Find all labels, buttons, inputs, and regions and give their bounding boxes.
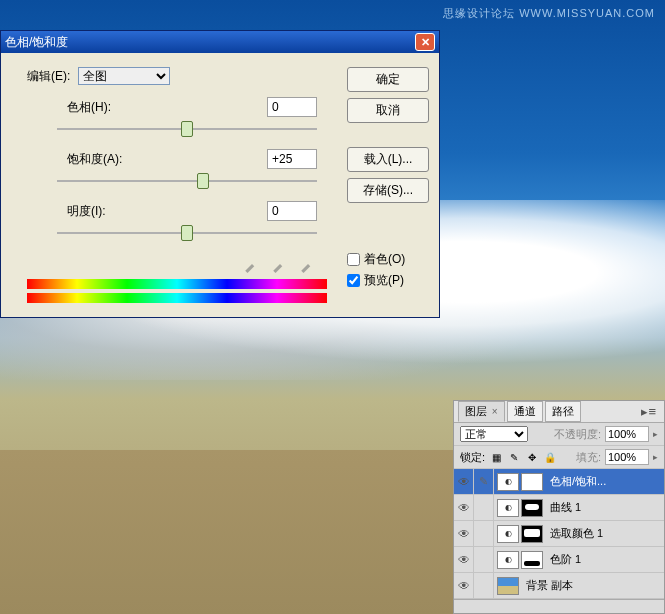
save-button[interactable]: 存储(S)... (347, 178, 429, 203)
visibility-eye-icon[interactable]: 👁 (454, 495, 474, 520)
opacity-input[interactable] (605, 426, 649, 442)
fill-label: 填充: (576, 450, 601, 465)
close-icon[interactable]: ✕ (415, 33, 435, 51)
visibility-eye-icon[interactable]: 👁 (454, 547, 474, 572)
tab-paths[interactable]: 路径 (545, 401, 581, 422)
layer-row[interactable]: 👁 ◐ 色阶 1 (454, 547, 664, 573)
hue-spectrum-bar-2 (27, 293, 327, 303)
lock-paint-icon[interactable]: ✎ (507, 450, 521, 464)
preview-checkbox[interactable]: 预览(P) (347, 272, 429, 289)
layer-name: 曲线 1 (550, 500, 581, 515)
adjustment-thumb-icon: ◐ (497, 473, 519, 491)
hue-label: 色相(H): (67, 99, 133, 116)
load-button[interactable]: 载入(L)... (347, 147, 429, 172)
layer-name: 色阶 1 (550, 552, 581, 567)
eyedropper-add-icon[interactable] (271, 255, 289, 273)
watermark-text: 思缘设计论坛 WWW.MISSYUAN.COM (443, 6, 655, 21)
hue-input[interactable] (267, 97, 317, 117)
tab-channels[interactable]: 通道 (507, 401, 543, 422)
layer-list: 👁 ✎ ◐ 色相/饱和... 👁 ◐ 曲线 1 👁 ◐ 选取颜色 1 👁 ◐ 色… (454, 469, 664, 599)
image-thumb-icon (497, 577, 519, 595)
lock-transparency-icon[interactable]: ▦ (489, 450, 503, 464)
layer-row[interactable]: 👁 ◐ 选取颜色 1 (454, 521, 664, 547)
blend-mode-select[interactable]: 正常 (460, 426, 528, 442)
mask-thumb-icon (521, 473, 543, 491)
saturation-label: 饱和度(A): (67, 151, 133, 168)
saturation-input[interactable] (267, 149, 317, 169)
edit-select[interactable]: 全图 (78, 67, 170, 85)
lightness-slider[interactable] (57, 221, 317, 245)
adjustment-thumb-icon: ◐ (497, 525, 519, 543)
link-slot[interactable] (474, 573, 494, 598)
lightness-label: 明度(I): (67, 203, 133, 220)
hue-slider[interactable] (57, 117, 317, 141)
fill-input[interactable] (605, 449, 649, 465)
mask-thumb-icon (521, 525, 543, 543)
edit-label: 编辑(E): (27, 68, 70, 85)
ok-button[interactable]: 确定 (347, 67, 429, 92)
lock-label: 锁定: (460, 450, 485, 465)
chevron-right-icon[interactable]: ▸ (653, 429, 658, 439)
layers-panel: 图层 × 通道 路径 ▸≡ 正常 不透明度: ▸ 锁定: ▦ ✎ ✥ 🔒 填充:… (453, 400, 665, 614)
lock-all-icon[interactable]: 🔒 (543, 450, 557, 464)
visibility-eye-icon[interactable]: 👁 (454, 573, 474, 598)
layer-row[interactable]: 👁 ◐ 曲线 1 (454, 495, 664, 521)
link-slot[interactable] (474, 547, 494, 572)
layer-row[interactable]: 👁 ✎ ◐ 色相/饱和... (454, 469, 664, 495)
eyedropper-subtract-icon[interactable] (299, 255, 317, 273)
eyedropper-icon[interactable] (243, 255, 261, 273)
adjustment-thumb-icon: ◐ (497, 551, 519, 569)
dialog-title: 色相/饱和度 (5, 34, 68, 51)
link-slot[interactable] (474, 521, 494, 546)
colorize-checkbox[interactable]: 着色(O) (347, 251, 429, 268)
visibility-eye-icon[interactable]: 👁 (454, 469, 474, 494)
saturation-slider[interactable] (57, 169, 317, 193)
close-icon[interactable]: × (489, 406, 498, 417)
lightness-input[interactable] (267, 201, 317, 221)
dialog-titlebar[interactable]: 色相/饱和度 ✕ (1, 31, 439, 53)
layer-name: 色相/饱和... (550, 474, 606, 489)
mask-thumb-icon (521, 499, 543, 517)
mask-thumb-icon (521, 551, 543, 569)
link-slot[interactable] (474, 495, 494, 520)
panel-menu-icon[interactable]: ▸≡ (637, 404, 660, 419)
layer-name: 选取颜色 1 (550, 526, 603, 541)
cancel-button[interactable]: 取消 (347, 98, 429, 123)
layer-name: 背景 副本 (526, 578, 573, 593)
chevron-right-icon[interactable]: ▸ (653, 452, 658, 462)
lock-position-icon[interactable]: ✥ (525, 450, 539, 464)
hue-spectrum-bar (27, 279, 327, 289)
link-slot[interactable]: ✎ (474, 469, 494, 494)
layer-row[interactable]: 👁 背景 副本 (454, 573, 664, 599)
opacity-label: 不透明度: (554, 427, 601, 442)
adjustment-thumb-icon: ◐ (497, 499, 519, 517)
hue-saturation-dialog: 色相/饱和度 ✕ 编辑(E): 全图 色相(H): 饱和度(A): 明度 (0, 30, 440, 318)
visibility-eye-icon[interactable]: 👁 (454, 521, 474, 546)
tab-layers[interactable]: 图层 × (458, 401, 505, 422)
